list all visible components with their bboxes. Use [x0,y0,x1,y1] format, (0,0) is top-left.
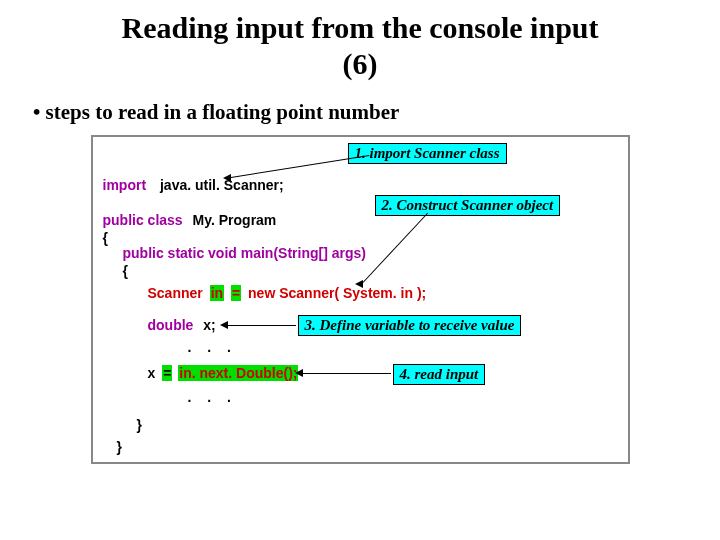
read-call: in. next. Double(); [178,365,298,381]
code-class-decl: public class My. Program [103,212,277,228]
arrow-4 [303,373,391,374]
kw-public-class: public class [103,212,183,228]
scanner-new: new Scanner( System. in ); [248,285,426,301]
arrow-3-head [220,321,228,329]
callout-define-var: 3. Define variable to receive value [298,315,522,336]
code-scanner-line: Scanner in = new Scanner( System. in ); [148,285,427,301]
var-in: in [210,285,224,301]
var-x: x [148,365,156,381]
bullet-step: steps to read in a floating point number [33,100,695,125]
callout-read-input: 4. read input [393,364,486,385]
title-line-1: Reading input from the console input [121,11,598,44]
import-path: java. util. Scanner; [160,177,284,193]
code-diagram: 1. import Scanner class import java. uti… [91,135,630,464]
code-close-brace-2: } [137,417,142,433]
eq-2: = [162,365,172,381]
eq-1: = [231,285,241,301]
arrow-1 [230,155,368,178]
title-line-2: (6) [343,47,378,80]
code-main: public static void main(String[] args) [123,245,366,261]
arrow-2 [362,213,428,283]
dots-1: . . . [188,339,237,355]
code-double-line: double x; [148,317,216,333]
dots-2: . . . [188,389,237,405]
slide-title: Reading input from the console input (6) [25,10,695,82]
kw-double: double [148,317,194,333]
callout-construct: 2. Construct Scanner object [375,195,561,216]
code-read-line: x = in. next. Double(); [148,365,299,381]
kw-import: import [103,177,147,193]
arrow-3 [228,325,296,326]
code-open-brace-2: { [123,263,128,279]
var-x-decl: x; [203,317,215,333]
callout-import: 1. import Scanner class [348,143,507,164]
code-close-brace: } [117,439,122,455]
code-open-brace: { [103,230,108,246]
kw-scanner: Scanner [148,285,203,301]
class-name: My. Program [193,212,277,228]
arrow-4-head [295,369,303,377]
code-import: import java. util. Scanner; [103,177,284,193]
